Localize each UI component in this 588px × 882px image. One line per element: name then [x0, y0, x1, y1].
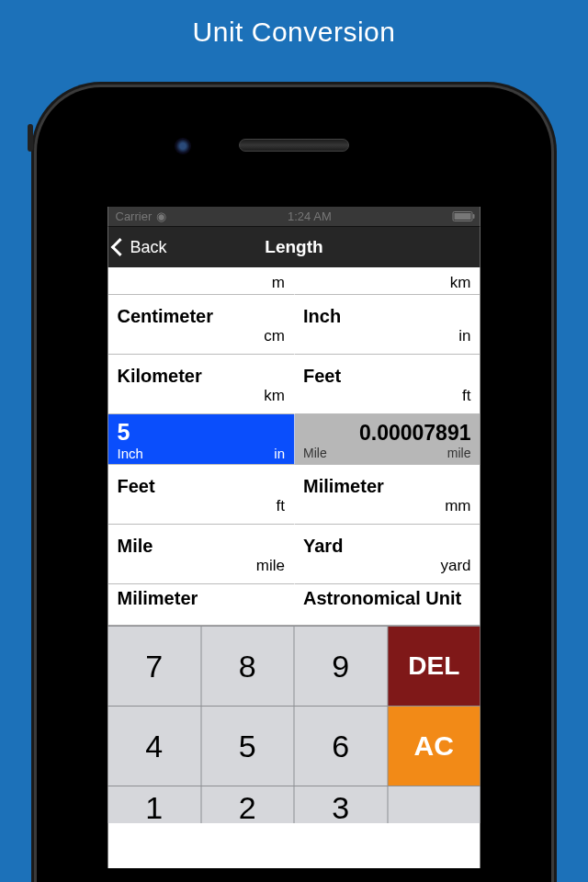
speaker-grille [239, 139, 349, 152]
key-8[interactable]: 8 [201, 627, 294, 706]
key-1[interactable]: 1 [108, 786, 201, 823]
unit-cell[interactable]: Inch in [294, 295, 481, 355]
key-4[interactable]: 4 [108, 707, 201, 786]
to-value: 0.00007891 [303, 421, 471, 446]
key-5[interactable]: 5 [201, 707, 294, 786]
key-7[interactable]: 7 [108, 627, 201, 706]
key-3[interactable]: 3 [295, 786, 388, 823]
key-9[interactable]: 9 [295, 627, 388, 706]
unit-cell[interactable]: Feet ft [294, 355, 481, 414]
camera-dot [175, 138, 191, 154]
keypad: 7 8 9 DEL 4 5 6 AC 1 2 3 [108, 626, 481, 823]
wifi-icon: ◉ [156, 209, 166, 223]
promo-title: Unit Conversion [0, 0, 588, 48]
unit-cell[interactable]: Feet ft [108, 465, 295, 525]
to-column[interactable]: Kilometer km Inch in Feet ft 0.00007891 … [294, 267, 481, 625]
unit-cell[interactable]: Astronomical Unit au [294, 584, 481, 621]
unit-cell[interactable]: Mile mile [108, 525, 295, 584]
carrier-label: Carrier [116, 209, 153, 223]
from-selected-cell[interactable]: 5 Inch in [108, 414, 295, 465]
from-value: 5 [118, 419, 286, 446]
status-time: 1:24 AM [288, 209, 332, 223]
to-selected-cell[interactable]: 0.00007891 Mile mile [294, 414, 481, 465]
status-bar: Carrier ◉ 1:24 AM [108, 207, 481, 227]
from-unit-abbr: in [274, 446, 285, 461]
to-unit-name: Mile [303, 446, 327, 460]
key-6[interactable]: 6 [295, 707, 388, 786]
phone-frame: Carrier ◉ 1:24 AM Back Length Meter m [37, 87, 551, 882]
unit-cell[interactable]: Milimeter mm [294, 465, 481, 525]
back-button[interactable]: Back [108, 238, 167, 257]
nav-bar: Back Length [108, 227, 481, 267]
unit-cell[interactable]: Meter m [108, 267, 295, 295]
screen: Carrier ◉ 1:24 AM Back Length Meter m [108, 207, 481, 868]
from-unit-name: Inch [118, 446, 143, 461]
unit-cell[interactable]: Milimeter mm [108, 584, 295, 621]
battery-icon [453, 211, 473, 221]
key-extra[interactable] [388, 786, 481, 823]
key-all-clear[interactable]: AC [388, 707, 481, 786]
to-unit-abbr: mile [447, 446, 471, 460]
unit-cell[interactable]: Centimeter cm [108, 295, 295, 355]
chevron-left-icon [111, 238, 130, 256]
from-column[interactable]: Meter m Centimeter cm Kilometer km 5 Inc… [108, 267, 295, 625]
unit-cell[interactable]: Kilometer km [108, 355, 295, 414]
unit-cell[interactable]: Yard yard [294, 525, 481, 584]
unit-cell[interactable]: Kilometer km [294, 267, 481, 295]
key-2[interactable]: 2 [201, 786, 294, 823]
back-label: Back [130, 238, 167, 257]
unit-columns: Meter m Centimeter cm Kilometer km 5 Inc… [108, 267, 481, 626]
key-delete[interactable]: DEL [388, 627, 481, 706]
